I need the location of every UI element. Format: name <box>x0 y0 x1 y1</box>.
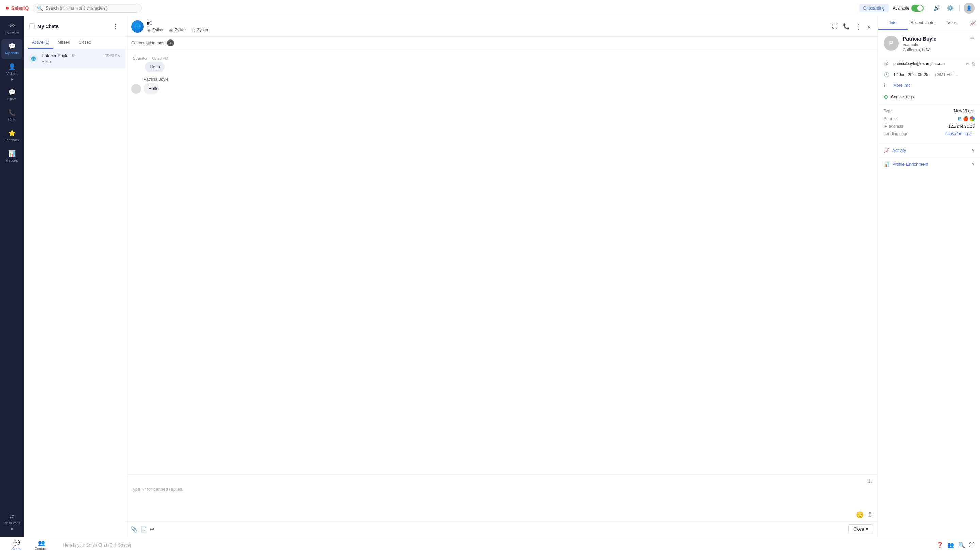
agent-chip-3: ◎ Zylker <box>191 27 208 33</box>
transfer-button[interactable]: ↩ <box>150 526 154 532</box>
agent-chip-2: ◉ Zylker <box>169 27 186 33</box>
msg-bubble-incoming: Hello <box>143 83 159 94</box>
activity-tab-icon: 📈 <box>970 21 976 26</box>
visitor-avatar <box>131 84 141 94</box>
contact-company: example <box>903 42 966 47</box>
maximize-button[interactable]: ⛶ <box>969 542 975 548</box>
bottom-chats-icon: 💬 <box>13 540 20 546</box>
landing-label: Landing page <box>884 131 908 136</box>
microphone-button[interactable]: 🎙 <box>867 512 873 519</box>
feedback-icon: ⭐ <box>8 129 16 137</box>
reply-box: ⇅↓ 🙂 🎙 📎 📄 ↩ Close ▾ <box>126 476 878 537</box>
clock-icon: 🕐 <box>884 72 890 77</box>
select-all-checkbox[interactable] <box>29 24 35 29</box>
chat-item[interactable]: 🌐 Patricia Boyle #1 05:23 PM Hello <box>24 49 126 69</box>
bottom-right-icons: ❓ 👥 🔍 ⛶ <box>937 542 975 548</box>
ip-value: 121.244.91.20 <box>948 124 975 129</box>
bottom-search-button[interactable]: 🔍 <box>958 542 965 548</box>
agent-icon-3: ◎ <box>191 27 195 33</box>
collapse-panel-button[interactable]: » <box>865 21 872 32</box>
close-chat-button[interactable]: Close ▾ <box>848 524 873 534</box>
chat-list-menu-button[interactable]: ⋮ <box>111 21 120 31</box>
markdown-button[interactable]: ⇅↓ <box>867 478 873 484</box>
reply-textarea[interactable] <box>130 487 873 507</box>
conv-tags-label: Conversation tags <box>131 40 164 45</box>
enrichment-title: Profile Enrichment <box>892 162 928 167</box>
call-button[interactable]: 📞 <box>841 21 851 31</box>
sidebar-item-chats[interactable]: 💬 Chats <box>2 85 22 105</box>
reply-input-area <box>126 484 878 511</box>
emoji-button[interactable]: 🙂 <box>856 511 864 519</box>
live-view-icon: 👁 <box>9 22 15 30</box>
edit-contact-button[interactable]: ✏ <box>970 36 975 41</box>
activity-title: Activity <box>892 148 906 153</box>
tab-closed[interactable]: Closed <box>75 37 95 49</box>
topbar: ● SalesIQ 🔍 Onboarding Available 🔊 ⚙️ 👤 <box>0 0 980 16</box>
available-toggle[interactable] <box>911 5 924 11</box>
sidebar-item-reports[interactable]: 📊 Reports <box>2 147 22 166</box>
main-layout: 👁 Live view 💬 My chats 👤 Visitors ▶ 💬 Ch… <box>0 16 980 537</box>
expand-chat-button[interactable]: ⛶ <box>830 22 839 31</box>
sidebar-item-feedback[interactable]: ⭐ Feedback <box>2 126 22 146</box>
send-email-button[interactable]: ✉ <box>966 61 970 66</box>
bottom-bar: 💬 Chats 👥 Contacts Here is your Smart Ch… <box>0 537 980 553</box>
tab-notes[interactable]: Notes <box>937 16 966 30</box>
activity-chevron-icon: ∨ <box>972 148 975 153</box>
sidebar-item-visitors[interactable]: 👤 Visitors ▶ <box>2 60 22 84</box>
settings-button[interactable]: ⚙️ <box>946 3 955 13</box>
attach-button[interactable]: 📎 <box>130 526 137 532</box>
sidebar-item-calls[interactable]: 📞 Calls <box>2 105 22 125</box>
bottom-nav: 💬 Chats 👥 Contacts <box>5 538 55 553</box>
contact-avatar: P <box>884 36 899 51</box>
globe-icon: 🌐 <box>131 21 143 33</box>
onboarding-button[interactable]: Onboarding <box>859 4 889 12</box>
sound-button[interactable]: 🔊 <box>932 3 942 13</box>
profile-enrichment-left: 📊 Profile Enrichment <box>884 161 928 167</box>
activity-header[interactable]: 📈 Activity ∨ <box>878 143 980 157</box>
chat-item-icon: 🌐 <box>29 54 38 63</box>
reply-icons: 🙂 🎙 <box>126 511 878 521</box>
chat-item-preview: Hello <box>41 59 121 64</box>
more-info-row: ℹ More Info <box>878 80 980 91</box>
more-info-link[interactable]: More Info <box>893 83 911 88</box>
chat-more-button[interactable]: ⋮ <box>853 21 864 32</box>
add-tag-button[interactable]: + <box>167 40 174 46</box>
sidebar-item-live-view[interactable]: 👁 Live view <box>2 19 22 38</box>
search-input[interactable] <box>46 6 137 11</box>
tab-missed[interactable]: Missed <box>53 37 75 49</box>
sidebar-item-my-chats[interactable]: 💬 My chats <box>2 39 22 59</box>
plus-circle-icon: ⊕ <box>884 94 888 100</box>
chat-item-content: Patricia Boyle #1 05:23 PM Hello <box>41 53 121 64</box>
copy-email-button[interactable]: ⎘ <box>972 61 975 66</box>
tab-recent-chats[interactable]: Recent chats <box>907 16 937 30</box>
conversation-tags-bar: Conversation tags + <box>126 37 878 49</box>
profile-enrichment-header[interactable]: 📊 Profile Enrichment ∨ <box>878 157 980 171</box>
activity-header-left: 📈 Activity <box>884 147 906 153</box>
close-chevron-icon: ▾ <box>866 527 868 532</box>
help-button[interactable]: ❓ <box>937 542 943 548</box>
tab-active[interactable]: Active (1) <box>28 37 53 49</box>
sidebar-item-resources[interactable]: 🗂 Resources ▶ <box>2 509 22 534</box>
tab-info[interactable]: Info <box>878 16 907 30</box>
email-row: @ patriciaboyle@example.com ✉ ⎘ <box>878 58 980 69</box>
visitor-name: Patricia Boyle <box>143 77 169 82</box>
expand-icon: ▶ <box>11 77 14 81</box>
visitors-icon: 👤 <box>8 63 16 70</box>
tab-extra[interactable]: 📈 <box>966 16 980 30</box>
ip-row: IP address 121.244.91.20 <box>884 124 975 129</box>
avatar[interactable]: 👤 <box>964 3 975 14</box>
users-button[interactable]: 👥 <box>947 542 954 548</box>
chat-agents: ◈ Zylker ◉ Zylker ◎ Zylker <box>147 27 827 33</box>
visit-time-text: 12 Jun, 2024 05:25 ... (GMT +05:... <box>893 72 975 77</box>
bottom-nav-chats[interactable]: 💬 Chats <box>5 538 28 553</box>
type-row: Type New Visitor <box>884 108 975 113</box>
bottom-nav-contacts[interactable]: 👥 Contacts <box>28 538 55 553</box>
details-section: Type New Visitor Source ⊞ 🍎 IP address 1… <box>878 104 980 143</box>
messages-area: Operator 05:20 PM Hello Patricia Boyle H… <box>126 49 878 476</box>
windows-icon: ⊞ <box>958 116 962 121</box>
article-button[interactable]: 📄 <box>140 526 147 532</box>
landing-value[interactable]: https://billing.z... <box>945 131 975 136</box>
reply-toolbar: ⇅↓ <box>126 477 878 484</box>
search-bar[interactable]: 🔍 <box>33 4 142 13</box>
calls-icon: 📞 <box>8 109 16 116</box>
